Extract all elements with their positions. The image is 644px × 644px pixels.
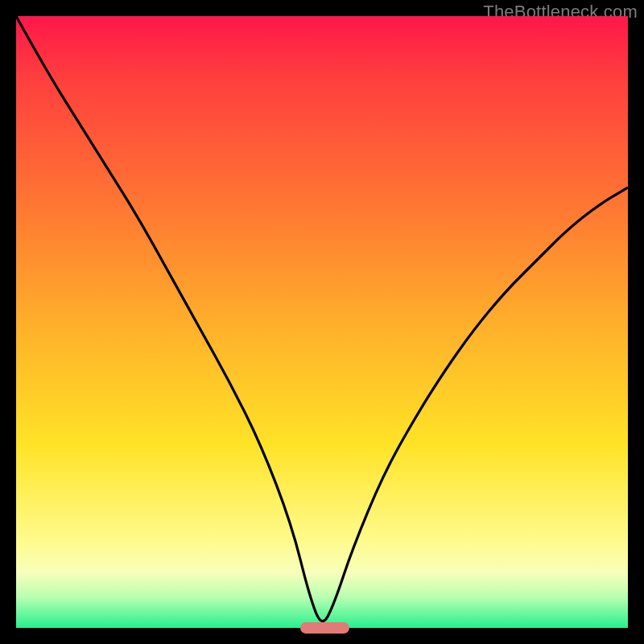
plot-area (16, 16, 628, 628)
curve-path (16, 16, 628, 621)
bottleneck-curve (16, 16, 628, 628)
minimum-marker (300, 622, 349, 634)
chart-frame: TheBottleneck.com (0, 0, 644, 644)
